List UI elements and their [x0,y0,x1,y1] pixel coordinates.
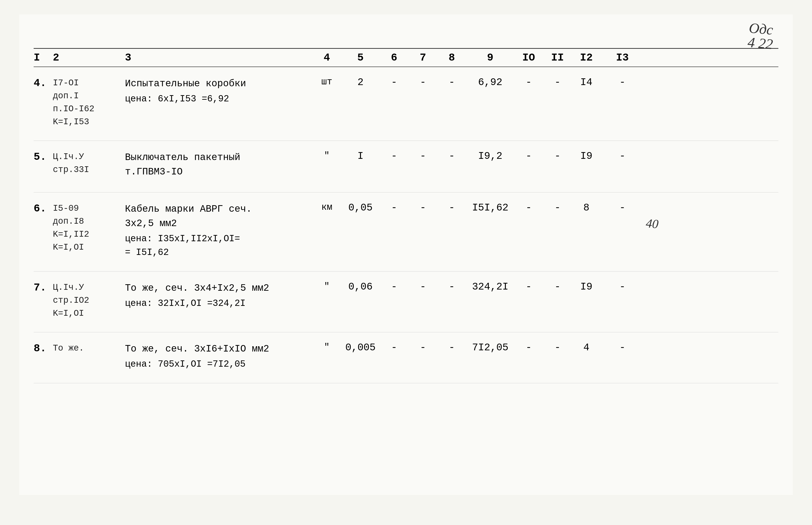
row6-col5: 0,05 [341,202,380,214]
header-col4: 4 [312,52,341,64]
row4-unit: шт [312,77,341,87]
row5-col12: I9 [572,150,601,162]
row4-col8: - [437,77,466,88]
row6-desc: Кабель марки АВРГ сеч. 3x2,5 мм2 цена: I… [120,202,312,259]
header-col12: I2 [572,52,601,64]
row8-col6: - [380,342,408,354]
row7-col6: - [380,281,408,292]
row6-col8: - [437,202,466,214]
row5-col8: - [437,150,466,162]
row5-ref: Ц.Iч.У стр.33I [53,150,120,176]
row6-col10: - [514,202,543,214]
row6-col9: I5I,62 [466,202,514,214]
row8-col7: - [408,342,437,354]
row7-col8: - [437,281,466,292]
header-col13: I3 [601,52,644,64]
row6-col12: 8 [572,202,601,214]
header-col1: I [34,52,53,64]
table-row: 5. Ц.Iч.У стр.33I Выключатель пакетный т… [34,141,778,193]
row8-col13: - [601,342,644,354]
row4-col11: - [543,77,572,88]
row4-col5: 2 [341,77,380,88]
row6-col7: - [408,202,437,214]
header-col8: 8 [437,52,466,64]
row8-col10: - [514,342,543,354]
row8-col12: 4 [572,342,601,354]
row5-col7: - [408,150,437,162]
row4-col12: I4 [572,77,601,88]
row7-col5: 0,06 [341,281,380,292]
header-col5: 5 [341,52,380,64]
header-col9: 9 [466,52,514,64]
row8-col11: - [543,342,572,354]
row8-unit: " [312,342,341,352]
row7-ref: Ц.Iч.У стр.IO2 K=I,OI [53,281,120,320]
table-row: 8. То же. То же, сеч. 3xI6+IxIO мм2 цена… [34,332,778,383]
row5-unit: " [312,150,341,161]
page-number-bottom: 4 22 [747,35,773,51]
row6-col13: - 40 [601,202,644,214]
row4-col6: - [380,77,408,88]
row8-num: 8. [34,342,53,355]
row7-col9: 324,2I [466,281,514,292]
row4-col13: - [601,77,644,88]
row8-col9: 7I2,05 [466,342,514,354]
row5-col10: - [514,150,543,162]
row4-desc: Испытательные коробки цена: 6xI,I53 =6,9… [120,77,312,106]
row4-col7: - [408,77,437,88]
header-col7: 7 [408,52,437,64]
row5-col9: I9,2 [466,150,514,162]
row6-num: 6. [34,202,53,214]
row7-col12: I9 [572,281,601,292]
row5-col13: - [601,150,644,162]
table-row: 6. I5-09 доп.I8 K=I,II2 K=I,OI Кабель ма… [34,193,778,271]
row6-col11: - [543,202,572,214]
row5-col11: - [543,150,572,162]
row4-col10: - [514,77,543,88]
row7-col11: - [543,281,572,292]
row7-col7: - [408,281,437,292]
page-container: Одс 4 22 I 2 3 4 5 6 7 8 9 [19,14,793,495]
row5-desc: Выключатель пакетный т.ГПВМ3-IO [120,150,312,180]
row7-col10: - [514,281,543,292]
row5-num: 5. [34,150,53,163]
page-number-area: Одс 4 22 [747,21,775,52]
row7-desc: То же, сеч. 3x4+Ix2,5 мм2 цена: 32IxI,OI… [120,281,312,310]
header-col6: 6 [380,52,408,64]
row7-unit: " [312,281,341,291]
row4-num: 4. [34,77,53,89]
row7-col13: - [601,281,644,292]
header-row: I 2 3 4 5 6 7 8 9 IO II [34,49,778,67]
row8-ref: То же. [53,342,120,355]
row5-col6: - [380,150,408,162]
row7-num: 7. [34,281,53,294]
header-col2: 2 [53,52,120,64]
header-col11: II [543,52,572,64]
row8-col5: 0,005 [341,342,380,354]
row6-col6: - [380,202,408,214]
row6-unit: км [312,202,341,212]
side-note-40: 40 [645,216,659,231]
row4-col9: 6,92 [466,77,514,88]
row8-desc: То же, сеч. 3xI6+IxIO мм2 цена: 705xI,OI… [120,342,312,371]
header-col3: 3 [120,52,312,64]
row4-ref: I7-OI доп.I п.IO-I62 K=I,I53 [53,77,120,129]
header-col10: IO [514,52,543,64]
row8-col8: - [437,342,466,354]
table-row: 7. Ц.Iч.У стр.IO2 K=I,OI То же, сеч. 3x4… [34,271,778,332]
row6-ref: I5-09 доп.I8 K=I,II2 K=I,OI [53,202,120,254]
row5-col5: I [341,150,380,162]
table-row: 4. I7-OI доп.I п.IO-I62 K=I,I53 Испытате… [34,67,778,141]
